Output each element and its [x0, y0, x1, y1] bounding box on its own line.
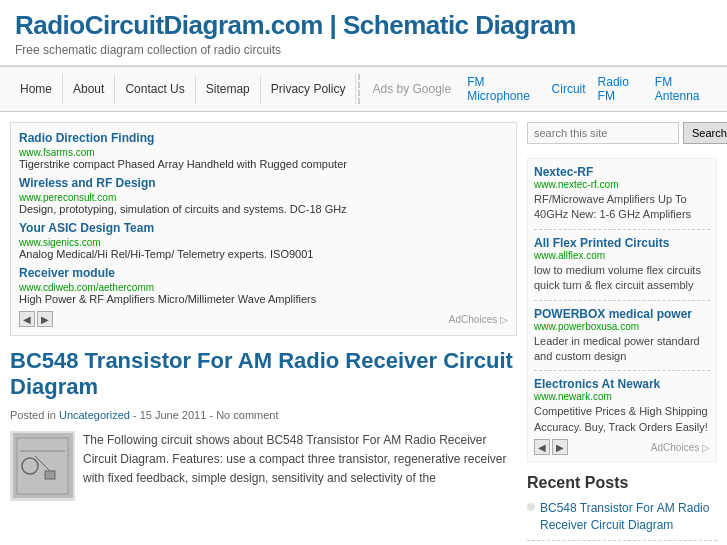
- sidebar-ad-url-1: www.allflex.com: [534, 250, 710, 261]
- sidebar-ad-url-0: www.nextec-rf.com: [534, 179, 710, 190]
- search-input[interactable]: [527, 122, 679, 144]
- ad-link-3[interactable]: Receiver module: [19, 266, 508, 280]
- sidebar-sep-1: [534, 300, 710, 301]
- nav-privacy[interactable]: Privacy Policy: [261, 74, 357, 104]
- sidebar-ad-prev-button[interactable]: ◀: [534, 439, 550, 455]
- svg-rect-4: [45, 471, 55, 479]
- site-subtitle: Free schematic diagram collection of rad…: [15, 43, 712, 57]
- ad-footer: ◀ ▶ AdChoices ▷: [19, 311, 508, 327]
- nav-sitemap[interactable]: Sitemap: [196, 74, 261, 104]
- sidebar-ad-1: All Flex Printed Circuits www.allflex.co…: [534, 236, 710, 294]
- nav-ad-radio-fm[interactable]: Radio FM: [592, 67, 649, 111]
- sidebar-ad-link-3[interactable]: Electronics At Newark: [534, 377, 710, 391]
- article-thumbnail: [10, 431, 75, 501]
- sidebar-ad-link-1[interactable]: All Flex Printed Circuits: [534, 236, 710, 250]
- sidebar-sep-0: [534, 229, 710, 230]
- article-title: BC548 Transistor For AM Radio Receiver C…: [10, 348, 517, 401]
- sidebar-ad-desc-1: low to medium volume flex circuits quick…: [534, 263, 710, 294]
- article-body-text: The Following circuit shows about BC548 …: [83, 433, 507, 485]
- ad-entry-1: Wireless and RF Design www.pereconsult.c…: [19, 176, 508, 215]
- nav-divider: [358, 74, 360, 104]
- sidebar-ad-desc-2: Leader in medical power standard and cus…: [534, 334, 710, 365]
- page-layout: Radio Direction Finding www.fsarms.com T…: [0, 112, 727, 545]
- search-button[interactable]: Search: [683, 122, 727, 144]
- ad-url-3: www.cdiweb.com/aethercomm: [19, 282, 154, 293]
- sidebar-ad-block: Nextec-RF www.nextec-rf.com RF/Microwave…: [527, 158, 717, 462]
- svg-rect-0: [17, 438, 68, 494]
- nav-contact[interactable]: Contact Us: [115, 74, 195, 104]
- meta-dash: -: [133, 409, 140, 421]
- sidebar-ad-desc-3: Competitive Prices & High Shipping Accur…: [534, 404, 710, 435]
- ad-desc-2: Analog Medical/Hi Rel/Hi-Temp/ Telemetry…: [19, 248, 508, 260]
- nav-ad-fm-microphone[interactable]: FM Microphone: [461, 67, 545, 111]
- ad-url-1: www.pereconsult.com: [19, 192, 116, 203]
- ad-desc-3: High Power & RF Amplifiers Micro/Millime…: [19, 293, 508, 305]
- recent-posts-title: Recent Posts: [527, 474, 717, 492]
- sidebar-ad-url-2: www.powerboxusa.com: [534, 321, 710, 332]
- main-content: Radio Direction Finding www.fsarms.com T…: [10, 122, 517, 545]
- sidebar-ad-next-button[interactable]: ▶: [552, 439, 568, 455]
- sidebar: Search Nextec-RF www.nextec-rf.com RF/Mi…: [527, 122, 717, 545]
- ad-entry-3: Receiver module www.cdiweb.com/aethercom…: [19, 266, 508, 305]
- sidebar-ad-desc-0: RF/Microwave Amplifiers Up To 40GHz New:…: [534, 192, 710, 223]
- sidebar-ad-choices-label: AdChoices ▷: [651, 442, 710, 453]
- article-thumb-image: [13, 433, 73, 498]
- meta-date: 15 June 2011: [140, 409, 207, 421]
- ad-desc-0: Tigerstrike compact Phased Array Handhel…: [19, 158, 508, 170]
- ad-link-1[interactable]: Wireless and RF Design: [19, 176, 508, 190]
- meta-posted-label: Posted in: [10, 409, 56, 421]
- sidebar-ad-link-2[interactable]: POWERBOX medical power: [534, 307, 710, 321]
- page-header: RadioCircuitDiagram.com | Schematic Diag…: [0, 0, 727, 66]
- ad-entry-0: Radio Direction Finding www.fsarms.com T…: [19, 131, 508, 170]
- nav-ad-circuit[interactable]: Circuit: [546, 74, 592, 104]
- main-ad-block: Radio Direction Finding www.fsarms.com T…: [10, 122, 517, 336]
- nav-about[interactable]: About: [63, 74, 115, 104]
- ad-link-2[interactable]: Your ASIC Design Team: [19, 221, 508, 235]
- ad-entry-2: Your ASIC Design Team www.sigenics.com A…: [19, 221, 508, 260]
- meta-category-link[interactable]: Uncategorized: [59, 409, 130, 421]
- ad-desc-1: Design, prototyping, simulation of circu…: [19, 203, 508, 215]
- sidebar-ad-2: POWERBOX medical power www.powerboxusa.c…: [534, 307, 710, 365]
- nav-bar: Home About Contact Us Sitemap Privacy Po…: [0, 66, 727, 112]
- ad-prev-button[interactable]: ◀: [19, 311, 35, 327]
- recent-posts-section: Recent Posts BC548 Transistor For AM Rad…: [527, 474, 717, 545]
- ad-url-2: www.sigenics.com: [19, 237, 101, 248]
- ad-url-0: www.fsarms.com: [19, 147, 95, 158]
- recent-post-item-0: BC548 Transistor For AM Radio Receiver C…: [527, 500, 717, 534]
- sidebar-ad-nav-buttons: ◀ ▶: [534, 439, 568, 455]
- site-title: RadioCircuitDiagram.com | Schematic Diag…: [15, 10, 712, 41]
- article-body: The Following circuit shows about BC548 …: [10, 431, 517, 489]
- sidebar-ad-0: Nextec-RF www.nextec-rf.com RF/Microwave…: [534, 165, 710, 223]
- sidebar-sep-2: [534, 370, 710, 371]
- ad-next-button[interactable]: ▶: [37, 311, 53, 327]
- article-meta: Posted in Uncategorized - 15 June 2011 -…: [10, 409, 517, 421]
- nav-home[interactable]: Home: [10, 74, 63, 104]
- sidebar-ad-url-3: www.newark.com: [534, 391, 710, 402]
- recent-post-sep-0: [527, 540, 717, 541]
- nav-ads-label: Ads by Google: [362, 74, 461, 104]
- sidebar-search: Search: [527, 122, 717, 144]
- sidebar-ad-3: Electronics At Newark www.newark.com Com…: [534, 377, 710, 435]
- ad-nav-buttons: ◀ ▶: [19, 311, 53, 327]
- sidebar-ad-footer: ◀ ▶ AdChoices ▷: [534, 439, 710, 455]
- ad-link-0[interactable]: Radio Direction Finding: [19, 131, 508, 145]
- ad-choices-label: AdChoices ▷: [449, 314, 508, 325]
- nav-ad-fm-antenna[interactable]: FM Antenna: [649, 67, 717, 111]
- recent-post-dot-0: [527, 503, 535, 511]
- sidebar-ad-link-0[interactable]: Nextec-RF: [534, 165, 710, 179]
- recent-post-link-0[interactable]: BC548 Transistor For AM Radio Receiver C…: [540, 500, 717, 534]
- article: BC548 Transistor For AM Radio Receiver C…: [10, 348, 517, 488]
- meta-comment: No comment: [216, 409, 278, 421]
